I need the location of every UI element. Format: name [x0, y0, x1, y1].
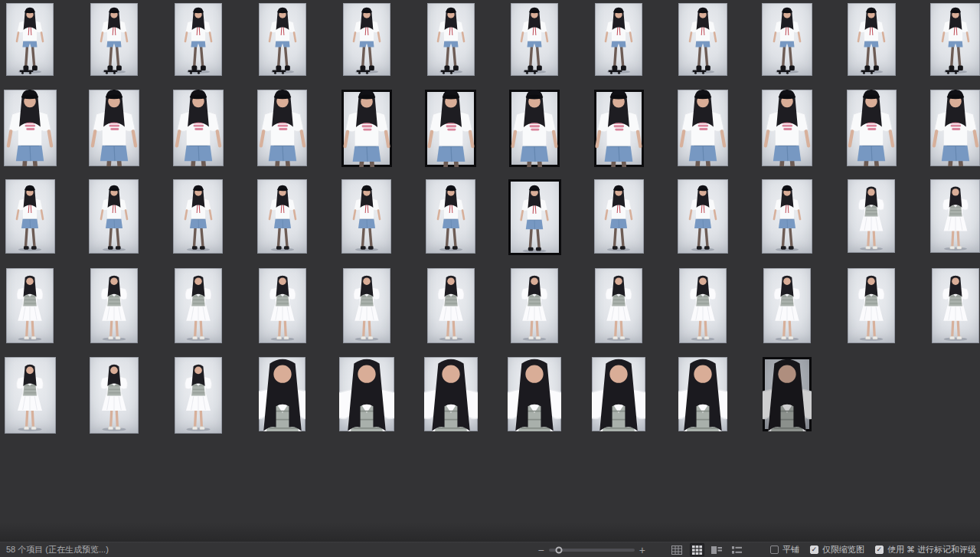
- thumbnail-smaller-button[interactable]: −: [534, 545, 549, 555]
- model-photo: [339, 357, 394, 431]
- photo-thumbnail[interactable]: [678, 179, 728, 254]
- model-photo: [175, 357, 222, 434]
- photo-thumbnail[interactable]: [339, 357, 394, 431]
- photo-thumbnail[interactable]: [678, 90, 728, 166]
- photo-thumbnail[interactable]: [511, 268, 558, 343]
- photo-thumbnail[interactable]: [509, 90, 560, 167]
- photo-thumbnail[interactable]: [425, 90, 476, 167]
- photo-thumbnail[interactable]: [341, 179, 391, 254]
- model-photo: [426, 179, 475, 254]
- photo-thumbnail[interactable]: [90, 3, 138, 76]
- model-photo: [259, 357, 305, 431]
- photo-thumbnail[interactable]: [341, 90, 392, 167]
- photo-thumbnail[interactable]: [175, 357, 222, 434]
- model-figure-drawing: [930, 90, 980, 166]
- model-photo: [427, 268, 475, 343]
- photo-thumbnail[interactable]: [427, 3, 475, 76]
- photo-thumbnail[interactable]: [679, 268, 727, 343]
- status-bar: 58 个项目 (正在生成预览...) − +: [0, 542, 980, 557]
- photo-thumbnail[interactable]: [594, 90, 644, 167]
- photo-thumbnail[interactable]: [6, 3, 54, 76]
- photo-thumbnail[interactable]: [89, 179, 139, 254]
- photo-thumbnail[interactable]: [426, 179, 475, 254]
- model-figure-drawing: [7, 5, 53, 75]
- model-photo: [763, 357, 812, 431]
- photo-thumbnail[interactable]: [930, 3, 980, 76]
- photo-thumbnail[interactable]: [173, 179, 223, 254]
- photo-thumbnail[interactable]: [848, 3, 896, 76]
- thumbnail-grid-view-icon[interactable]: [690, 543, 704, 556]
- checkbox-icon[interactable]: ✓: [875, 546, 884, 554]
- model-photo: [762, 179, 812, 254]
- photo-thumbnail[interactable]: [763, 268, 811, 343]
- photo-browser-window: { "status_bar": { "item_count_text": "58…: [0, 0, 980, 557]
- model-figure-drawing: [257, 90, 307, 166]
- photo-thumbnail[interactable]: [259, 357, 305, 431]
- photo-thumbnail[interactable]: [847, 90, 897, 166]
- option-checkbox[interactable]: ✓ 仅限缩览图: [810, 544, 864, 555]
- photo-thumbnail[interactable]: [175, 3, 222, 76]
- model-figure-drawing: [596, 182, 642, 253]
- photo-thumbnail[interactable]: [259, 3, 306, 76]
- model-figure-drawing: [175, 360, 222, 433]
- thumbnail-size-slider[interactable]: [549, 549, 635, 552]
- model-figure-drawing: [933, 5, 978, 75]
- photo-thumbnail[interactable]: [5, 357, 56, 434]
- photo-thumbnail[interactable]: [259, 268, 306, 343]
- photo-thumbnail[interactable]: [595, 3, 642, 76]
- model-photo: [343, 3, 390, 76]
- checkbox-icon[interactable]: ✓: [810, 546, 818, 554]
- model-photo: [424, 357, 478, 431]
- details-view-icon[interactable]: [710, 543, 724, 556]
- photo-thumbnail[interactable]: [930, 179, 980, 253]
- photo-thumbnail[interactable]: [762, 179, 812, 254]
- photo-thumbnail[interactable]: [763, 357, 812, 431]
- photo-thumbnail[interactable]: [90, 268, 138, 343]
- model-photo: [5, 357, 56, 434]
- model-photo: [930, 90, 980, 166]
- photo-thumbnail[interactable]: [257, 90, 307, 166]
- photo-thumbnail[interactable]: [90, 357, 139, 434]
- photo-thumbnail[interactable]: [6, 268, 54, 343]
- grid-lock-view-icon[interactable]: [670, 543, 684, 556]
- photo-thumbnail[interactable]: [762, 90, 812, 166]
- model-figure-drawing: [175, 5, 221, 75]
- photo-thumbnail[interactable]: [594, 179, 644, 254]
- photo-thumbnail[interactable]: [4, 90, 57, 166]
- photo-thumbnail[interactable]: [508, 179, 561, 255]
- photo-thumbnail[interactable]: [508, 357, 561, 431]
- photo-thumbnail[interactable]: [932, 268, 979, 343]
- photo-thumbnail[interactable]: [592, 357, 645, 431]
- model-photo: [341, 179, 391, 254]
- photo-thumbnail[interactable]: [5, 179, 55, 254]
- model-figure-drawing: [508, 357, 561, 431]
- slider-knob[interactable]: [556, 546, 563, 553]
- photo-thumbnail[interactable]: [89, 90, 139, 166]
- model-figure-drawing: [511, 271, 558, 342]
- model-figure-drawing: [259, 357, 305, 431]
- model-photo: [257, 90, 307, 166]
- photo-thumbnail[interactable]: [175, 268, 222, 343]
- photo-thumbnail[interactable]: [511, 3, 558, 76]
- model-photo: [425, 90, 476, 167]
- checkbox-icon[interactable]: [770, 546, 779, 554]
- photo-thumbnail[interactable]: [930, 90, 980, 166]
- photo-thumbnail[interactable]: [848, 179, 895, 253]
- photo-thumbnail[interactable]: [257, 179, 307, 254]
- thumbnail-larger-button[interactable]: +: [635, 545, 650, 555]
- photo-thumbnail[interactable]: [343, 268, 390, 343]
- photo-thumbnail[interactable]: [427, 268, 475, 343]
- option-checkbox[interactable]: ✓ 使用 ⌘ 进行标记和评级: [875, 544, 976, 555]
- option-checkbox[interactable]: 平铺: [770, 544, 799, 555]
- list-view-icon[interactable]: [730, 543, 744, 556]
- photo-thumbnail[interactable]: [173, 90, 224, 166]
- photo-thumbnail[interactable]: [343, 3, 390, 76]
- photo-thumbnail[interactable]: [424, 357, 478, 431]
- model-photo: [89, 179, 139, 254]
- model-figure-drawing: [260, 182, 305, 253]
- photo-thumbnail[interactable]: [595, 268, 642, 343]
- photo-thumbnail[interactable]: [678, 357, 727, 431]
- photo-thumbnail[interactable]: [848, 268, 895, 343]
- photo-thumbnail[interactable]: [678, 3, 727, 76]
- photo-thumbnail[interactable]: [762, 3, 812, 76]
